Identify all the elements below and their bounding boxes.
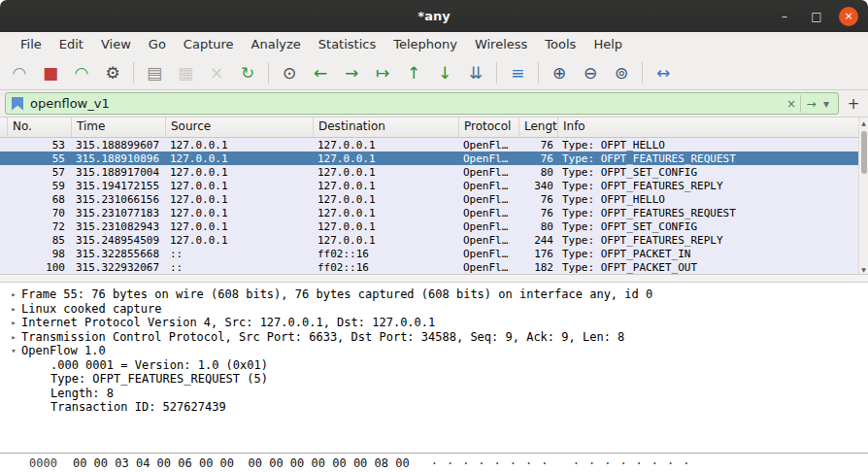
- cell-proto: OpenFl…: [459, 166, 519, 179]
- packet-row-68[interactable]: 68315.231066156127.0.0.1127.0.0.1OpenFl……: [0, 192, 868, 206]
- cell-no: 100: [8, 261, 72, 274]
- cell-info: Type: OFPT_HELLO: [558, 193, 868, 206]
- display-filter-input[interactable]: openflow_v1: [23, 96, 783, 111]
- reload-file-icon[interactable]: ↻: [233, 59, 262, 86]
- menu-analyze[interactable]: Analyze: [243, 34, 310, 54]
- cell-src: ::: [166, 248, 314, 260]
- packet-row-59[interactable]: 59315.194172155127.0.0.1127.0.0.1OpenFl……: [0, 179, 868, 192]
- close-button[interactable]: ×: [839, 7, 858, 26]
- hex-dump-pane[interactable]: 0000 00 00 03 04 00 06 00 00 00 00 00 00…: [0, 453, 868, 472]
- cell-dst: 127.0.0.1: [314, 220, 459, 233]
- collapse-icon[interactable]: ▾: [6, 346, 21, 355]
- cell-time: 315.194172155: [72, 180, 166, 192]
- expand-icon[interactable]: ▸: [6, 318, 21, 327]
- detail-line[interactable]: Length: 8: [0, 387, 868, 401]
- cell-info: Type: OFPT_PACKET_OUT: [558, 261, 868, 274]
- scroll-down-icon[interactable]: ▼: [859, 264, 868, 274]
- packet-list-scrollbar[interactable]: ▲ ▼: [858, 118, 868, 274]
- open-file-icon[interactable]: ▤: [140, 59, 169, 86]
- column-header-info[interactable]: Info: [558, 118, 868, 137]
- packet-row-55[interactable]: 55315.188910896127.0.0.1127.0.0.1OpenFl……: [0, 152, 868, 165]
- find-packet-icon[interactable]: ⊙: [275, 59, 304, 86]
- detail-text: OpenFlow 1.0: [21, 344, 106, 357]
- auto-scroll-icon[interactable]: ⇊: [461, 59, 490, 86]
- column-header-proto[interactable]: Protocol: [459, 118, 519, 137]
- packet-row-57[interactable]: 57315.188917004127.0.0.1127.0.0.1OpenFl……: [0, 165, 868, 179]
- menu-tools[interactable]: Tools: [536, 34, 584, 54]
- filter-clear-icon[interactable]: ×: [783, 95, 800, 113]
- detail-line[interactable]: ▾OpenFlow 1.0: [0, 344, 868, 358]
- packet-row-72[interactable]: 72315.231082943127.0.0.1127.0.0.1OpenFl……: [0, 219, 868, 233]
- column-header-src[interactable]: Source: [166, 118, 314, 137]
- scrollbar-thumb[interactable]: [861, 131, 867, 174]
- detail-text: .000 0001 = Version: 1.0 (0x01): [0, 358, 268, 372]
- expand-icon[interactable]: ▸: [6, 304, 21, 314]
- menu-go[interactable]: Go: [140, 34, 175, 54]
- expand-icon[interactable]: ▸: [6, 332, 21, 342]
- go-last-icon[interactable]: ↓: [430, 59, 459, 86]
- packet-row-98[interactable]: 98315.322855668::ff02::16OpenFl…176Type:…: [0, 247, 868, 260]
- menu-telephony[interactable]: Telephony: [384, 34, 466, 54]
- packet-list-body: 53315.188899607127.0.0.1127.0.0.1OpenFl……: [0, 138, 868, 274]
- detail-line[interactable]: ▸Internet Protocol Version 4, Src: 127.0…: [0, 316, 868, 330]
- cell-info: Type: OFPT_FEATURES_REPLY: [558, 234, 868, 247]
- display-filter-field[interactable]: openflow_v1 × → ▾: [5, 92, 839, 115]
- packet-row-100[interactable]: 100315.322932067::ff02::16OpenFl…182Type…: [0, 260, 868, 274]
- detail-line[interactable]: Type: OFPT_FEATURES_REQUEST (5): [0, 372, 868, 387]
- hex-offset: 0000: [29, 456, 57, 470]
- zoom-in-icon[interactable]: ⊕: [545, 59, 574, 86]
- pane-splitter[interactable]: [0, 274, 868, 283]
- zoom-out-icon[interactable]: ⊖: [576, 59, 605, 86]
- menu-help[interactable]: Help: [584, 34, 631, 54]
- detail-line[interactable]: .000 0001 = Version: 1.0 (0x01): [0, 358, 868, 373]
- detail-line[interactable]: Transaction ID: 527627439: [0, 400, 868, 415]
- go-forward-icon[interactable]: →: [337, 59, 366, 86]
- filter-apply-icon[interactable]: →: [800, 95, 818, 113]
- minimize-button[interactable]: –: [775, 7, 794, 26]
- column-header-len[interactable]: Length: [519, 118, 558, 137]
- expand-icon[interactable]: ▸: [6, 289, 21, 299]
- cell-info: Type: OFPT_FEATURES_REPLY: [558, 180, 868, 192]
- zoom-reset-icon[interactable]: ⊚: [607, 59, 636, 86]
- menu-file[interactable]: File: [12, 34, 50, 54]
- column-header-no[interactable]: No.: [8, 118, 72, 137]
- go-back-icon[interactable]: ←: [306, 59, 335, 86]
- close-file-icon[interactable]: ×: [202, 59, 231, 86]
- resize-columns-icon[interactable]: ↔: [649, 59, 678, 86]
- titlebar[interactable]: *any – □ ×: [0, 0, 868, 32]
- colorize-icon[interactable]: ≡: [503, 59, 532, 86]
- menu-wireless[interactable]: Wireless: [466, 34, 536, 54]
- cell-no: 57: [8, 166, 72, 179]
- go-to-packet-icon[interactable]: ↦: [368, 59, 397, 86]
- packet-row-85[interactable]: 85315.248954509127.0.0.1127.0.0.1OpenFl……: [0, 233, 868, 247]
- cell-no: 72: [8, 220, 72, 233]
- column-header-time[interactable]: Time: [72, 118, 166, 137]
- cell-src: 127.0.0.1: [166, 193, 314, 206]
- capture-options-icon[interactable]: ⚙: [98, 59, 127, 86]
- start-capture-icon[interactable]: ◠: [5, 59, 34, 86]
- detail-line[interactable]: ▸Linux cooked capture: [0, 302, 868, 317]
- save-file-icon[interactable]: ▦: [171, 59, 200, 86]
- restart-capture-icon[interactable]: ◠: [67, 59, 96, 86]
- maximize-button[interactable]: □: [807, 7, 826, 26]
- filter-add-button[interactable]: +: [844, 93, 863, 115]
- detail-line[interactable]: ▸Frame 55: 76 bytes on wire (608 bits), …: [0, 287, 868, 302]
- detail-line[interactable]: ▸Transmission Control Protocol, Src Port…: [0, 330, 868, 345]
- menu-statistics[interactable]: Statistics: [310, 34, 384, 54]
- filter-dropdown-icon[interactable]: ▾: [818, 95, 835, 113]
- packet-row-53[interactable]: 53315.188899607127.0.0.1127.0.0.1OpenFl……: [0, 138, 868, 152]
- packet-list-header: No.TimeSourceDestinationProtocolLengthIn…: [0, 118, 868, 138]
- cell-proto: OpenFl…: [459, 261, 519, 274]
- column-header-dst[interactable]: Destination: [314, 118, 459, 137]
- go-first-icon[interactable]: ↑: [399, 59, 428, 86]
- menu-edit[interactable]: Edit: [50, 34, 92, 54]
- scroll-up-icon[interactable]: ▲: [859, 118, 868, 127]
- menu-capture[interactable]: Capture: [175, 34, 243, 54]
- cell-dst: 127.0.0.1: [314, 234, 459, 247]
- cell-time: 315.248954509: [72, 234, 166, 247]
- cell-proto: OpenFl…: [459, 152, 519, 165]
- menu-view[interactable]: View: [92, 34, 140, 54]
- stop-capture-icon[interactable]: ■: [36, 59, 65, 86]
- packet-row-70[interactable]: 70315.231077183127.0.0.1127.0.0.1OpenFl……: [0, 206, 868, 219]
- filter-bookmark-icon[interactable]: [12, 97, 23, 111]
